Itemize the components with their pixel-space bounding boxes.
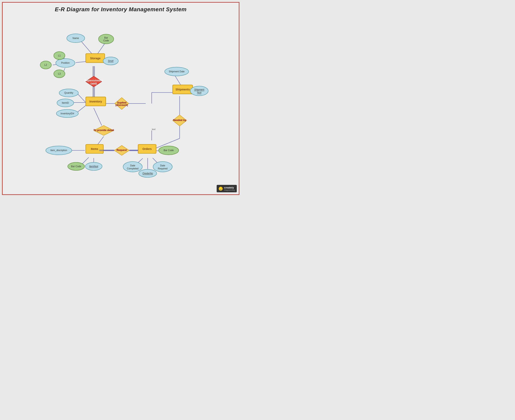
attr-barcode2-label: Bar Code — [71, 165, 81, 168]
branding-name: creately — [224, 186, 235, 189]
entity-inventory-label: Inventory — [90, 100, 102, 103]
attr-daterequired-label2: Required — [158, 167, 167, 170]
branding-badge: 💡 creately Diagramming — [217, 185, 237, 192]
diagram-area: text Storage Inventory Items Orders Ship… — [3, 15, 239, 194]
attr-datecompleted-label2: Completed — [127, 167, 138, 170]
attr-datecompleted-label1: Date — [130, 164, 135, 167]
attr-name-label: Name — [73, 37, 79, 40]
rel-replenishment-label: Replenishment — [85, 79, 103, 82]
svg-line-17 — [98, 136, 104, 144]
entity-storage-label: Storage — [90, 57, 100, 60]
diagram-container: E-R Diagram for Inventory Management Sys… — [2, 2, 239, 195]
attr-l3-label: L3 — [58, 72, 61, 75]
attr-barcode1-label2: Code — [103, 39, 109, 42]
attr-shipmentno-label1: Shipment — [194, 88, 204, 91]
svg-line-22 — [82, 157, 89, 164]
branding-text: creately Diagramming — [224, 186, 235, 191]
attr-l2-label: L2 — [45, 63, 47, 66]
branding-logo: 💡 — [219, 187, 223, 191]
rel-toprovide-label: To provide detail — [93, 129, 114, 132]
er-diagram-svg: text Storage Inventory Items Orders Ship… — [3, 15, 239, 194]
svg-line-2 — [76, 61, 86, 62]
rel-request-label: Request — [117, 149, 127, 151]
text-label: text — [152, 128, 155, 130]
entity-shipments-label: Shipments — [176, 88, 190, 91]
entity-items-label: Items — [91, 148, 98, 151]
branding-tagline: Diagramming — [224, 189, 235, 191]
attr-quantity-label: Quantity — [64, 91, 73, 94]
rel-neededby-label: Needed by — [173, 119, 186, 122]
attr-barcode1-label1: Bar — [104, 36, 108, 39]
attr-item-desc-label: Item_discription — [50, 149, 67, 152]
svg-line-16 — [94, 108, 102, 125]
attr-position-label: Position — [61, 61, 69, 64]
svg-line-9 — [77, 93, 86, 103]
entity-orders-label: Orders — [142, 148, 152, 151]
attr-barcode3-label: Bar Code — [163, 149, 174, 152]
attr-itemid-label: ItemID — [62, 101, 69, 104]
attr-sno-label: Sno# — [108, 60, 114, 62]
attr-shipmentdate-label: Shipment Date — [169, 70, 185, 73]
attr-itemno-label: ItemNo# — [89, 165, 98, 168]
attr-inventoryid-label: InventoryID# — [61, 112, 74, 115]
rel-replenishment-label2: (add) — [91, 82, 97, 85]
attr-l1-label: L1 — [58, 54, 61, 57]
attr-orderno-label: OrederNo — [142, 172, 153, 175]
attr-daterequired-label1: Date — [160, 164, 165, 167]
attr-shipmentno-label2: No# — [197, 91, 201, 94]
page-title: E-R Diagram for Inventory Management Sys… — [3, 3, 239, 13]
rel-supplied-label2: (discount) — [115, 104, 128, 106]
